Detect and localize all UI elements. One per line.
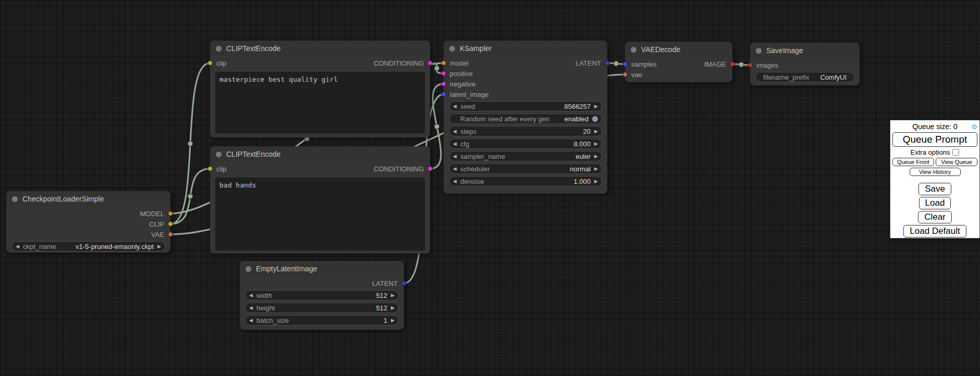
collapse-dot-icon[interactable] [631, 47, 636, 53]
widget-width[interactable]: ◀ width 512 ▶ [245, 290, 399, 300]
view-queue-button[interactable]: View Queue [936, 158, 977, 166]
input-slot-images[interactable]: images [750, 60, 778, 70]
increment-arrow-icon[interactable]: ▶ [594, 142, 598, 146]
view-history-button[interactable]: View History [910, 168, 961, 176]
input-slot-clip[interactable]: clip [210, 58, 227, 68]
node-title-bar[interactable]: VAEDecode [625, 42, 732, 57]
load-button[interactable]: Load [919, 197, 951, 209]
conditioning-slot-dot[interactable] [427, 166, 433, 171]
conditioning-slot-dot[interactable] [441, 71, 446, 76]
negative-prompt-textarea[interactable]: bad hands [215, 178, 425, 250]
latent-slot-dot[interactable] [401, 281, 407, 286]
conditioning-slot-dot[interactable] [427, 60, 433, 66]
widget-denoise[interactable]: ◀ denoise 1.000 ▶ [449, 176, 602, 186]
clear-button[interactable]: Clear [918, 211, 952, 223]
widget-seed[interactable]: ◀ seed 8566257 ▶ [449, 101, 602, 111]
settings-gear-icon[interactable]: ⚙ [971, 123, 977, 131]
latent-slot-dot[interactable] [622, 61, 628, 67]
load-default-button[interactable]: Load Default [903, 225, 966, 237]
node-title-bar[interactable]: CheckpointLoaderSimple [6, 191, 170, 207]
node-save-image[interactable]: SaveImage images filename_prefix ComfyUI [750, 43, 860, 85]
image-slot-dot[interactable] [730, 61, 735, 67]
node-title-bar[interactable]: KSampler [444, 41, 607, 56]
extra-options-checkbox[interactable] [952, 149, 959, 156]
node-canvas[interactable]: CheckpointLoaderSimple MODEL CLIP VAE [0, 0, 980, 376]
node-title-bar[interactable]: EmptyLatentImage [240, 261, 404, 277]
decrement-arrow-icon[interactable]: ◀ [453, 167, 457, 171]
widget-ckpt-name[interactable]: ◀ ckpt_name v1-5-pruned-emaonly.ckpt ▶ [11, 241, 165, 252]
collapse-dot-icon[interactable] [246, 266, 251, 272]
queue-front-button[interactable]: Queue Front [892, 158, 934, 166]
output-slot-latent[interactable]: LATENT [575, 58, 607, 68]
collapse-dot-icon[interactable] [12, 196, 18, 202]
widget-sampler-name[interactable]: ◀ sampler_name euler ▶ [449, 151, 602, 161]
decrement-arrow-icon[interactable]: ◀ [453, 154, 457, 159]
node-title-bar[interactable]: CLIPTextEncode [210, 41, 430, 56]
clip-slot-dot[interactable] [207, 166, 213, 171]
input-slot-positive[interactable]: positive [444, 68, 488, 79]
latent-slot-dot[interactable] [441, 92, 446, 97]
decrement-arrow-icon[interactable]: ◀ [453, 179, 457, 184]
decrement-arrow-icon[interactable]: ◀ [249, 318, 253, 323]
conditioning-slot-dot[interactable] [441, 81, 446, 86]
collapse-dot-icon[interactable] [216, 46, 222, 52]
increment-arrow-icon[interactable]: ▶ [594, 104, 598, 109]
decrement-arrow-icon[interactable]: ◀ [453, 104, 457, 109]
node-empty-latent-image[interactable]: EmptyLatentImage LATENT ◀ width 512 ▶ ◀ … [240, 261, 404, 330]
widget-steps[interactable]: ◀ steps 20 ▶ [449, 126, 602, 136]
model-slot-dot[interactable] [441, 60, 446, 66]
save-button[interactable]: Save [918, 183, 951, 195]
clip-slot-dot[interactable] [168, 221, 173, 227]
output-slot-conditioning[interactable]: CONDITIONING [374, 164, 430, 174]
input-slot-negative[interactable]: negative [444, 79, 488, 89]
increment-arrow-icon[interactable]: ▶ [594, 167, 598, 171]
decrement-arrow-icon[interactable]: ◀ [16, 244, 19, 249]
increment-arrow-icon[interactable]: ▶ [157, 244, 161, 249]
increment-arrow-icon[interactable]: ▶ [594, 179, 598, 184]
output-slot-model[interactable]: MODEL [140, 208, 170, 219]
vae-slot-dot[interactable] [622, 72, 628, 77]
output-slot-image[interactable]: IMAGE [704, 59, 732, 69]
input-slot-clip[interactable]: clip [210, 164, 227, 174]
widget-scheduler[interactable]: ◀ scheduler normal ▶ [449, 164, 602, 174]
output-slot-clip[interactable]: CLIP [140, 219, 170, 229]
node-vae-decode[interactable]: VAEDecode samples vae IMAGE [625, 42, 732, 82]
node-title-bar[interactable]: CLIPTextEncode [210, 146, 430, 162]
input-slot-model[interactable]: model [444, 58, 488, 68]
vae-slot-dot[interactable] [168, 232, 173, 237]
output-slot-conditioning[interactable]: CONDITIONING [374, 58, 430, 68]
widget-batch-size[interactable]: ◀ batch_size 1 ▶ [245, 315, 399, 325]
input-slot-samples[interactable]: samples [625, 59, 656, 69]
increment-arrow-icon[interactable]: ▶ [391, 306, 395, 310]
latent-slot-dot[interactable] [605, 60, 610, 66]
collapse-dot-icon[interactable] [216, 152, 222, 157]
clip-slot-dot[interactable] [207, 60, 213, 66]
decrement-arrow-icon[interactable]: ◀ [249, 293, 253, 298]
node-title-bar[interactable]: SaveImage [750, 43, 860, 58]
decrement-arrow-icon[interactable]: ◀ [453, 129, 457, 134]
widget-height[interactable]: ◀ height 512 ▶ [245, 303, 399, 313]
node-clip-text-encode-negative[interactable]: CLIPTextEncode clip CONDITIONING bad han… [210, 146, 430, 254]
decrement-arrow-icon[interactable]: ◀ [249, 306, 253, 310]
output-slot-latent[interactable]: LATENT [372, 278, 404, 289]
input-slot-vae[interactable]: vae [625, 69, 656, 80]
collapse-dot-icon[interactable] [756, 48, 762, 54]
model-slot-dot[interactable] [168, 211, 173, 216]
decrement-arrow-icon[interactable]: ◀ [453, 142, 457, 146]
output-slot-vae[interactable]: VAE [140, 229, 170, 240]
node-ksampler[interactable]: KSampler model positive negative lat [444, 41, 607, 194]
image-slot-dot[interactable] [748, 62, 753, 68]
node-clip-text-encode-positive[interactable]: CLIPTextEncode clip CONDITIONING masterp… [210, 41, 430, 137]
queue-prompt-button[interactable]: Queue Prompt [892, 132, 977, 147]
toggle-indicator-icon[interactable] [592, 116, 598, 122]
increment-arrow-icon[interactable]: ▶ [594, 154, 598, 159]
positive-prompt-textarea[interactable]: masterpiece best quality girl [215, 72, 425, 133]
input-slot-latent-image[interactable]: latent_image [444, 89, 488, 99]
increment-arrow-icon[interactable]: ▶ [594, 129, 598, 134]
node-checkpoint-loader-simple[interactable]: CheckpointLoaderSimple MODEL CLIP VAE [6, 191, 170, 253]
widget-random-seed-toggle[interactable]: Random seed after every gen enabled [449, 114, 602, 124]
widget-cfg[interactable]: ◀ cfg 8.000 ▶ [449, 139, 602, 149]
increment-arrow-icon[interactable]: ▶ [391, 293, 395, 298]
increment-arrow-icon[interactable]: ▶ [391, 318, 395, 323]
widget-filename-prefix[interactable]: filename_prefix ComfyUI [755, 72, 854, 82]
